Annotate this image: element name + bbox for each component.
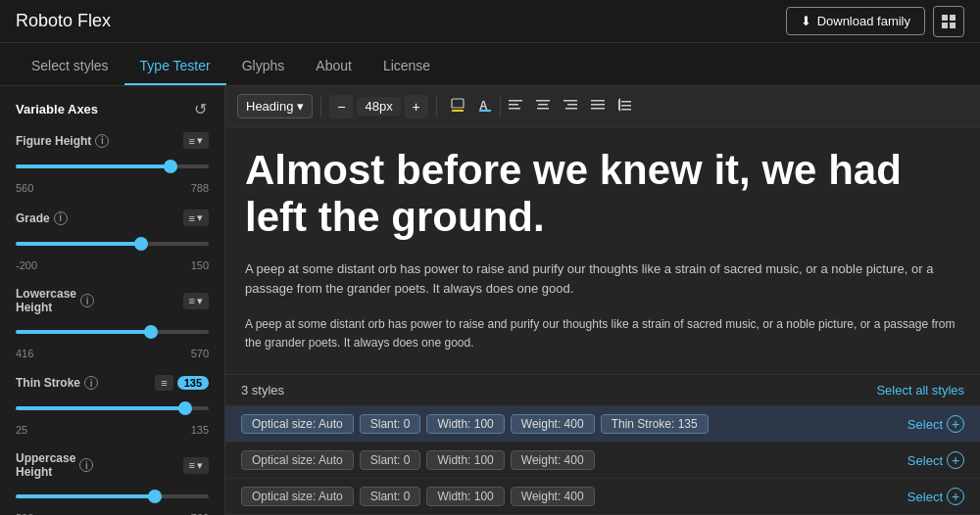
grade-list-button[interactable]: ≡ ▾ (183, 210, 209, 226)
justify-button[interactable] (585, 94, 611, 118)
font-color-button[interactable]: A (472, 94, 498, 118)
style-select-button[interactable]: Select + (907, 488, 964, 505)
tab-about[interactable]: About (300, 48, 368, 85)
uppercase-height-info-icon[interactable]: i (79, 458, 93, 472)
lowercase-height-fill (16, 330, 151, 334)
justify-icon (590, 97, 606, 113)
figure-height-max: 788 (191, 182, 209, 194)
lowercase-height-min: 416 (16, 348, 33, 359)
thin-stroke-thumb[interactable] (178, 401, 192, 415)
align-left-button[interactable] (503, 94, 528, 118)
style-tag: Optical size: Auto (241, 450, 354, 470)
svg-rect-17 (591, 100, 605, 102)
style-tag: Width: 100 (426, 487, 504, 506)
style-tag: Weight: 400 (511, 414, 595, 434)
figure-height-values: 560 788 (16, 182, 209, 194)
svg-rect-14 (564, 100, 577, 102)
axis-thin-stroke-controls: ≡ 135 (155, 375, 209, 391)
thin-stroke-values: 25 135 (16, 424, 209, 436)
lowercase-height-slider[interactable] (16, 320, 209, 344)
grid-view-button[interactable] (933, 6, 964, 37)
axis-uppercase-height-controls: ≡ ▾ (183, 457, 209, 474)
figure-height-min: 560 (16, 182, 33, 194)
style-tag: Weight: 400 (511, 487, 595, 506)
download-label: Download family (817, 14, 910, 28)
align-center-button[interactable] (530, 94, 556, 118)
svg-rect-16 (565, 108, 577, 110)
select-all-styles-link[interactable]: Select all styles (876, 383, 964, 398)
grade-fill (16, 242, 141, 246)
svg-rect-21 (621, 105, 631, 107)
font-color-icon: A (477, 97, 493, 113)
styles-count: 3 styles (241, 383, 284, 398)
uppercase-height-list-button[interactable]: ≡ ▾ (183, 457, 209, 474)
uppercase-height-slider[interactable] (16, 485, 209, 508)
lowercase-height-list-button[interactable]: ≡ ▾ (183, 293, 209, 309)
thin-stroke-track (16, 406, 209, 410)
size-increase-button[interactable]: + (405, 95, 428, 118)
chevron-down-icon: ▾ (197, 295, 203, 307)
figure-height-list-button[interactable]: ≡ ▾ (183, 132, 209, 149)
grade-info-icon[interactable]: i (54, 211, 68, 225)
axis-figure-height-header: Figure Height i ≡ ▾ (16, 132, 209, 149)
uppercase-height-track (16, 494, 209, 498)
plus-circle-icon: + (947, 415, 964, 433)
chevron-down-icon: ▾ (197, 211, 203, 224)
line-spacing-button[interactable] (612, 94, 638, 118)
preview-heading: Almost before we knew it, we had left th… (245, 147, 960, 242)
axis-thin-stroke-label: Thin Stroke i (16, 376, 98, 390)
header: Roboto Flex ⬇ Download family (0, 0, 980, 43)
toolbar-divider-3 (500, 97, 501, 117)
lowercase-height-thumb[interactable] (144, 325, 158, 339)
figure-height-slider[interactable] (16, 155, 209, 178)
style-select-button[interactable]: Select + (907, 415, 964, 433)
figure-height-thumb[interactable] (164, 160, 177, 173)
select-label: Select (907, 490, 943, 504)
line-spacing-icon (617, 97, 633, 113)
tab-select-styles[interactable]: Select styles (16, 48, 124, 85)
thin-stroke-slider[interactable] (16, 397, 209, 420)
svg-rect-18 (591, 104, 605, 106)
plus-circle-icon: + (947, 488, 964, 505)
thin-stroke-list-button[interactable]: ≡ (155, 375, 172, 391)
axis-thin-stroke: Thin Stroke i ≡ 135 25 135 (16, 375, 209, 436)
styles-header: 3 styles Select all styles (225, 375, 980, 406)
thin-stroke-info-icon[interactable]: i (84, 376, 98, 390)
axis-grade-controls: ≡ ▾ (183, 210, 209, 226)
align-right-button[interactable] (558, 94, 583, 118)
tab-license[interactable]: License (368, 48, 446, 85)
text-preview[interactable]: Almost before we knew it, we had left th… (225, 127, 980, 374)
style-tag: Optical size: Auto (241, 414, 354, 434)
axis-grade: Grade i ≡ ▾ -200 150 (16, 210, 209, 271)
chevron-down-icon: ▾ (197, 459, 203, 472)
toolbar-divider-2 (436, 97, 437, 117)
preview-body-2: A peep at some distant orb has power to … (245, 315, 960, 352)
grade-thumb[interactable] (134, 237, 148, 251)
grade-values: -200 150 (16, 259, 209, 271)
grade-slider[interactable] (16, 232, 209, 256)
size-decrease-button[interactable]: − (329, 95, 353, 118)
thin-stroke-min: 25 (16, 424, 27, 436)
lowercase-height-info-icon[interactable]: i (80, 294, 94, 307)
axis-lowercase-height: LowercaseHeight i ≡ ▾ 416 570 (16, 287, 209, 359)
svg-rect-22 (621, 109, 631, 111)
figure-height-info-icon[interactable]: i (95, 134, 109, 148)
lowercase-height-track (16, 330, 209, 334)
tab-type-tester[interactable]: Type Tester (124, 48, 226, 85)
size-control: − 48px + (329, 95, 427, 118)
tab-glyphs[interactable]: Glyphs (226, 48, 301, 85)
highlight-color-button[interactable] (445, 94, 470, 118)
download-icon: ⬇ (801, 14, 811, 28)
header-actions: ⬇ Download family (786, 6, 964, 37)
style-select-button[interactable]: Select + (907, 451, 964, 469)
align-center-icon (535, 97, 551, 113)
style-dropdown[interactable]: Heading ▾ (237, 94, 313, 118)
grade-track (16, 242, 209, 246)
axis-lowercase-height-header: LowercaseHeight i ≡ ▾ (16, 287, 209, 314)
style-row: Optical size: Auto Slant: 0 Width: 100 W… (225, 479, 980, 515)
refresh-axes-button[interactable]: ↺ (192, 98, 209, 120)
uppercase-height-thumb[interactable] (148, 490, 162, 503)
axis-grade-label: Grade i (16, 211, 68, 225)
download-button[interactable]: ⬇ Download family (786, 7, 925, 35)
plus-circle-icon: + (947, 451, 964, 469)
